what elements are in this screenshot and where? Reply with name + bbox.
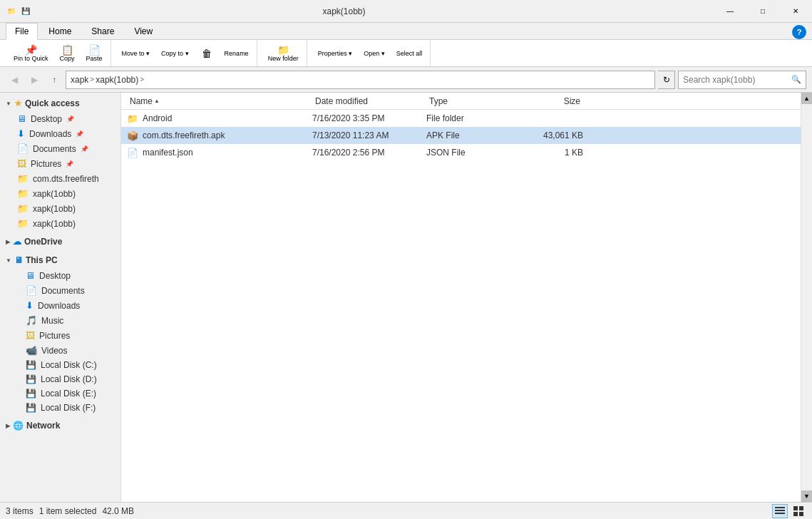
xapk2-folder-icon: 📁 xyxy=(17,203,29,214)
tab-home[interactable]: Home xyxy=(39,23,81,39)
android-type: File folder xyxy=(426,113,512,123)
network-label: Network xyxy=(26,421,60,431)
sidebar-thispc-header[interactable]: ▼ 🖥 This PC xyxy=(0,252,120,268)
search-icon: 🔍 xyxy=(791,75,801,84)
sidebar-item-xapk3[interactable]: 📁 xapk(1obb) xyxy=(0,216,120,231)
drive-e-icon: 💾 xyxy=(26,389,36,399)
android-date: 7/16/2020 3:35 PM xyxy=(312,113,426,123)
breadcrumb-sep-1: > xyxy=(90,76,94,83)
close-button[interactable]: ✕ xyxy=(779,0,812,23)
maximize-button[interactable]: □ xyxy=(746,0,779,23)
properties-button[interactable]: Properties ▾ xyxy=(313,42,358,65)
thispc-icon: 🖥 xyxy=(14,255,23,265)
open-button[interactable]: Open ▾ xyxy=(359,42,390,65)
vertical-scrollbar[interactable]: ▲ ▼ xyxy=(801,93,812,502)
col-header-size[interactable]: Size xyxy=(512,95,583,108)
local-e-label: Local Disk (E:) xyxy=(41,389,96,399)
sidebar-item-xapk2[interactable]: 📁 xapk(1obb) xyxy=(0,201,120,216)
desktop-folder-icon: 🖥 xyxy=(17,113,26,124)
desktop-pc-icon: 🖥 xyxy=(26,270,35,281)
desktop-pc-label: Desktop xyxy=(39,271,71,281)
sidebar-item-pictures-qa[interactable]: 🖼 Pictures 📌 xyxy=(0,156,120,171)
file-row-apk[interactable]: 📦 com.dts.freefireth.apk 7/13/2020 11:23… xyxy=(121,127,801,144)
sidebar-item-local-d[interactable]: 💾 Local Disk (D:) xyxy=(0,372,120,386)
delete-button[interactable]: 🗑 xyxy=(195,42,218,65)
sidebar-quick-access-section: ▼ ★ Quick access 🖥 Desktop 📌 ⬇ Downloads… xyxy=(0,96,120,231)
freefireth-label: com.dts.freefireth xyxy=(33,174,99,184)
pin-quick-access-button[interactable]: 📌 Pin to Quick xyxy=(9,42,53,65)
file-row-json[interactable]: 📄 manifest.json 7/16/2020 2:56 PM JSON F… xyxy=(121,144,801,161)
svg-rect-2 xyxy=(775,513,785,514)
minimize-button[interactable]: — xyxy=(714,0,746,23)
window-controls: — □ ✕ xyxy=(714,0,812,23)
col-header-type[interactable]: Type xyxy=(426,95,512,108)
sidebar-item-local-c[interactable]: 💾 Local Disk (C:) xyxy=(0,358,120,372)
sidebar-item-xapk1[interactable]: 📁 xapk(1obb) xyxy=(0,186,120,201)
copy-icon: 📋 xyxy=(61,45,73,55)
pin-label: Pin to Quick xyxy=(14,55,48,62)
sidebar-item-documents-pc[interactable]: 📄 Documents xyxy=(0,283,120,298)
copy-to-button[interactable]: Copy to ▾ xyxy=(156,42,194,65)
sidebar-item-documents-qa[interactable]: 📄 Documents 📌 xyxy=(0,141,120,156)
details-view-button[interactable] xyxy=(772,504,788,518)
paste-button[interactable]: 📄 Paste xyxy=(81,42,108,65)
tab-file[interactable]: File xyxy=(6,23,38,40)
status-left: 3 items 1 item selected 42.0 MB xyxy=(6,506,134,516)
col-header-name[interactable]: Name ▲ xyxy=(127,95,312,108)
sidebar-item-desktop-pc[interactable]: 🖥 Desktop xyxy=(0,268,120,283)
local-c-label: Local Disk (C:) xyxy=(41,360,97,370)
status-bar: 3 items 1 item selected 42.0 MB xyxy=(0,502,812,519)
status-right xyxy=(772,504,806,518)
up-button[interactable]: ↑ xyxy=(46,71,63,88)
android-folder-icon: 📁 xyxy=(127,113,138,124)
scroll-down-btn[interactable]: ▼ xyxy=(801,490,812,502)
sidebar-item-downloads-qa[interactable]: ⬇ Downloads 📌 xyxy=(0,126,120,141)
new-folder-label: New folder xyxy=(268,55,299,62)
json-file-icon: 📄 xyxy=(127,148,138,158)
address-box[interactable]: xapk > xapk(1obb) > xyxy=(66,71,655,89)
sidebar-item-local-e[interactable]: 💾 Local Disk (E:) xyxy=(0,386,120,401)
sidebar-item-local-f[interactable]: 💾 Local Disk (F:) xyxy=(0,401,120,415)
sidebar-item-downloads-pc[interactable]: ⬇ Downloads xyxy=(0,298,120,313)
copy-button[interactable]: 📋 Copy xyxy=(55,42,80,65)
videos-pc-icon: 📹 xyxy=(26,345,37,356)
back-button[interactable]: ◀ xyxy=(6,71,23,88)
properties-label: Properties ▾ xyxy=(318,50,353,57)
rename-button[interactable]: Rename xyxy=(220,42,254,65)
local-f-label: Local Disk (F:) xyxy=(41,403,96,413)
file-row-android[interactable]: 📁 Android 7/16/2020 3:35 PM File folder xyxy=(121,110,801,127)
scroll-up-btn[interactable]: ▲ xyxy=(801,93,812,104)
quick-access-star-icon: ★ xyxy=(14,98,22,108)
sidebar-item-pictures-pc[interactable]: 🖼 Pictures xyxy=(0,328,120,343)
tab-share[interactable]: Share xyxy=(82,23,123,39)
new-folder-button[interactable]: 📁 New folder xyxy=(263,42,304,65)
scroll-track xyxy=(801,104,812,490)
sidebar-onedrive-header[interactable]: ▶ ☁ OneDrive xyxy=(0,234,120,250)
sidebar: ▼ ★ Quick access 🖥 Desktop 📌 ⬇ Downloads… xyxy=(0,93,121,502)
large-icons-view-button[interactable] xyxy=(791,504,806,518)
search-input[interactable] xyxy=(683,75,791,85)
refresh-button[interactable]: ↻ xyxy=(658,71,675,89)
move-to-button[interactable]: Move to ▾ xyxy=(117,42,155,65)
sidebar-quick-access-header[interactable]: ▼ ★ Quick access xyxy=(0,96,120,111)
help-button[interactable]: ? xyxy=(792,25,806,39)
sidebar-item-videos-pc[interactable]: 📹 Videos xyxy=(0,343,120,358)
sidebar-item-desktop-qa[interactable]: 🖥 Desktop 📌 xyxy=(0,111,120,126)
sidebar-item-freefireth[interactable]: 📁 com.dts.freefireth xyxy=(0,171,120,186)
drive-d-icon: 💾 xyxy=(26,374,36,384)
new-group: 📁 New folder xyxy=(260,40,307,66)
desktop-qa-label: Desktop xyxy=(31,114,62,124)
downloads-folder-icon: ⬇ xyxy=(17,128,25,139)
local-d-label: Local Disk (D:) xyxy=(41,374,97,384)
selected-size: 42.0 MB xyxy=(102,506,134,516)
tab-view[interactable]: View xyxy=(125,23,162,39)
col-header-date[interactable]: Date modified xyxy=(312,95,426,108)
quick-access-label: Quick access xyxy=(25,98,80,108)
forward-button[interactable]: ▶ xyxy=(26,71,43,88)
pictures-qa-label: Pictures xyxy=(31,159,61,169)
xapk1-label: xapk(1obb) xyxy=(33,189,76,199)
select-all-button[interactable]: Select all xyxy=(391,42,428,65)
sidebar-item-music-pc[interactable]: 🎵 Music xyxy=(0,313,120,328)
sidebar-network-header[interactable]: ▶ 🌐 Network xyxy=(0,418,120,433)
search-box[interactable]: 🔍 xyxy=(678,71,806,89)
